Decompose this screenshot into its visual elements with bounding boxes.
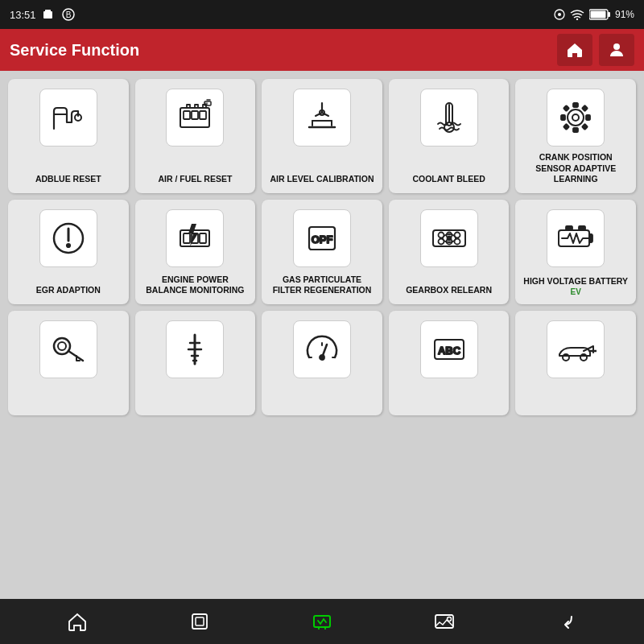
svg-rect-13 — [184, 111, 190, 119]
airlevel-label: AIR LEVEL CALIBRATION — [270, 174, 374, 185]
gpf-icon-wrap: OPF — [293, 209, 351, 267]
status-bar: 13:51 B 91% — [0, 0, 644, 29]
svg-rect-27 — [582, 105, 588, 111]
svg-point-21 — [572, 114, 579, 121]
airfuel-label: AIR / FUEL RESET — [158, 174, 232, 185]
hvbattery-icon — [555, 217, 597, 259]
nav-screenshot-icon — [433, 610, 456, 633]
svg-text:ABC: ABC — [438, 345, 461, 357]
cross-icon-wrap — [166, 320, 224, 378]
hvbattery-label: HIGH VOLTAGE BATTERY — [523, 276, 628, 287]
egr-label: EGR ADAPTION — [36, 285, 101, 296]
nav-vci-button[interactable] — [302, 601, 342, 642]
card-engine-power-balance[interactable]: ENGINE POWER BALANCE MONITORING — [135, 200, 256, 304]
nav-recent-icon — [188, 610, 211, 633]
gpf-icon: OPF — [301, 217, 343, 259]
header-icons — [557, 34, 634, 66]
airfuel-icon-wrap — [166, 89, 224, 147]
main-content: ADBLUE RESET A — [0, 71, 644, 599]
card-row3-5[interactable] — [515, 311, 636, 415]
card-row3-3[interactable] — [262, 311, 382, 415]
home-button[interactable] — [557, 34, 592, 66]
enginepower-label: ENGINE POWER BALANCE MONITORING — [142, 275, 250, 296]
status-left: 13:51 B — [10, 8, 75, 21]
home-icon — [565, 40, 584, 60]
key-icon-wrap — [39, 320, 97, 378]
crank-label: CRANK POSITION SENSOR ADAPTIVE LEARNING — [522, 152, 630, 185]
svg-text:OPF: OPF — [312, 233, 333, 246]
svg-rect-22 — [573, 103, 578, 107]
gearbox-icon — [428, 217, 470, 259]
location-icon — [554, 9, 565, 20]
gearbox-label: GEARBOX RELEARN — [406, 285, 492, 296]
coolant-label: COOLANT BLEED — [412, 174, 485, 185]
svg-rect-24 — [561, 115, 565, 120]
svg-rect-58 — [192, 614, 207, 629]
battery-icon — [589, 9, 610, 20]
user-button[interactable] — [599, 34, 634, 66]
svg-point-31 — [67, 244, 70, 247]
svg-rect-14 — [192, 111, 198, 119]
svg-rect-59 — [196, 617, 204, 625]
wifi-icon — [570, 9, 584, 20]
card-high-voltage-battery[interactable]: HIGH VOLTAGE BATTERY EV — [515, 200, 636, 304]
svg-point-52 — [58, 342, 66, 350]
card-row3-4[interactable]: ABC — [389, 311, 510, 415]
svg-rect-0 — [43, 11, 52, 19]
page-title: Service Function — [10, 41, 139, 60]
card-air-level-calibration[interactable]: AIR LEVEL CALIBRATION — [262, 79, 382, 193]
airfuel-icon — [174, 97, 216, 138]
abc-icon-wrap: ABC — [420, 320, 478, 378]
svg-point-51 — [54, 338, 70, 354]
enginepower-icon — [174, 217, 216, 259]
card-row3-2[interactable] — [135, 311, 256, 415]
svg-rect-48 — [589, 234, 592, 242]
airlevel-icon-wrap — [293, 89, 351, 147]
key-icon — [47, 328, 89, 370]
svg-point-10 — [613, 43, 620, 50]
card-air-fuel-reset[interactable]: AIR / FUEL RESET — [135, 79, 256, 193]
gpf-label: GAS PARTICULATE FILTER REGENERATION — [268, 275, 376, 296]
card-gearbox-relearn[interactable]: GEARBOX RELEARN — [389, 200, 510, 304]
nav-back-button[interactable] — [547, 601, 587, 642]
svg-rect-35 — [200, 233, 206, 243]
svg-rect-23 — [573, 128, 578, 132]
coolant-icon — [428, 97, 470, 138]
crank-icon-wrap — [547, 89, 605, 147]
svg-point-62 — [448, 617, 452, 621]
card-row3-1[interactable] — [8, 311, 129, 415]
service-grid: ADBLUE RESET A — [8, 79, 636, 415]
tow-icon — [555, 328, 597, 370]
svg-point-53 — [320, 355, 324, 360]
crank-icon — [555, 97, 597, 138]
svg-rect-1 — [45, 10, 51, 12]
bluetooth-icon: B — [62, 8, 75, 21]
nav-recent-button[interactable] — [180, 601, 220, 642]
nav-back-icon — [555, 610, 578, 633]
header-bar: Service Function — [0, 29, 644, 71]
card-crank-position[interactable]: CRANK POSITION SENSOR ADAPTIVE LEARNING — [515, 79, 636, 193]
nav-screenshot-button[interactable] — [424, 601, 464, 642]
card-adblue-reset[interactable]: ADBLUE RESET — [8, 79, 129, 193]
hvbattery-icon-wrap — [547, 209, 605, 267]
svg-rect-15 — [200, 111, 206, 119]
user-icon — [607, 40, 626, 60]
svg-rect-28 — [564, 124, 569, 130]
status-right: 91% — [554, 9, 634, 20]
svg-text:B: B — [65, 10, 71, 19]
card-coolant-bleed[interactable]: COOLANT BLEED — [389, 79, 510, 193]
svg-point-5 — [558, 13, 561, 16]
svg-point-46 — [447, 236, 451, 240]
airlevel-icon — [301, 97, 343, 138]
svg-rect-50 — [579, 226, 585, 230]
gauge-icon-wrap — [293, 320, 351, 378]
card-egr-adaption[interactable]: EGR ADAPTION — [8, 200, 129, 304]
nav-vci-icon — [311, 610, 333, 633]
svg-rect-25 — [586, 115, 590, 120]
svg-rect-49 — [566, 226, 572, 230]
card-gpf[interactable]: OPF GAS PARTICULATE FILTER REGENERATION — [262, 200, 382, 304]
svg-rect-33 — [184, 233, 190, 243]
svg-rect-8 — [608, 12, 610, 17]
nav-home-icon — [66, 610, 89, 633]
nav-home-button[interactable] — [57, 601, 97, 642]
